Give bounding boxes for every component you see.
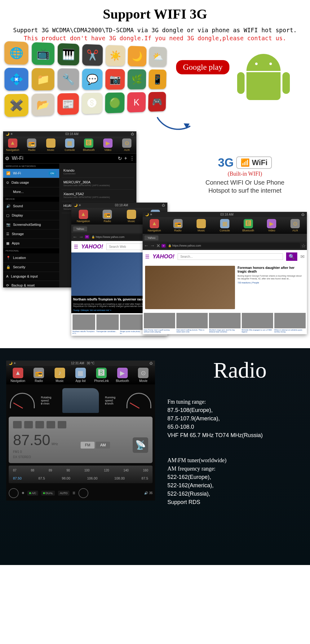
nav-tab[interactable]: ⊙AUX <box>283 218 307 233</box>
wifi-icon: 📶 <box>6 171 11 175</box>
browser-tab[interactable]: Yahoo <box>144 235 158 240</box>
fan-icon[interactable]: ❋ <box>22 491 24 495</box>
menu-icon[interactable]: ☰ <box>74 244 78 250</box>
android-mascot <box>236 54 291 116</box>
article-thumb[interactable]: Singer posts nude photo to... <box>120 314 143 335</box>
settings-security[interactable]: 🔒Security <box>3 263 59 272</box>
defrost-icon[interactable]: ☰ <box>73 491 75 495</box>
settings-language[interactable]: ALanguage & input <box>3 272 59 281</box>
temp-knob-left[interactable] <box>9 488 19 498</box>
nav-tab[interactable]: 📻Radio <box>28 368 49 383</box>
article-thumb[interactable]: Milano's attempt at solidarity goes terr… <box>274 313 306 333</box>
app-icon: 💠 <box>4 68 28 90</box>
forward-icon[interactable]: → <box>79 234 84 240</box>
settings-display[interactable]: ▢Display <box>3 211 59 220</box>
search-input[interactable]: Search... <box>178 253 283 260</box>
app-icon: ⛅ <box>149 46 167 67</box>
builtin-label: (Built-in WIFI) <box>198 171 291 177</box>
back-icon[interactable]: ← <box>73 234 78 240</box>
preset-button[interactable]: 87.5 <box>38 476 45 480</box>
nav-tab[interactable]: 🅱Bluetooth <box>237 218 260 233</box>
wifi-network[interactable]: Xiaomi_F5A2Secured with WPA/WPA2 (WPS av… <box>62 190 134 201</box>
temp-knob-right[interactable] <box>78 488 88 498</box>
app-icon: 🎹 <box>58 43 79 65</box>
fm-button[interactable]: FM <box>81 442 95 449</box>
nav-tab[interactable]: ▶Video <box>98 138 117 152</box>
preset-button[interactable]: 108.00 <box>114 476 125 480</box>
storage-icon: ☰ <box>6 232 9 236</box>
tuning-dial[interactable]: 87888990100120140160 87.5087.598.00106.0… <box>9 466 153 483</box>
nav-tab[interactable]: ♪Music <box>49 368 70 383</box>
article-thumb[interactable]: Michelle Wie engaged to son of NBA legen… <box>242 313 273 333</box>
scan-button[interactable] <box>35 421 44 428</box>
nav-tab[interactable]: ♪Music <box>189 218 213 233</box>
preset-button[interactable]: 106.00 <box>87 476 98 480</box>
search-button[interactable]: 🔍 <box>286 252 297 261</box>
app-icon: 🔧 <box>58 68 79 90</box>
nav-tab[interactable]: ⊙AUX <box>117 138 136 152</box>
app-icons-collage: 🌐📺🎹✂️☀️🌙⛅💠📁🔧💬📷🌿📱✖️📂📰🅢🟢K🎮 Google play <box>0 45 310 131</box>
nav-tab[interactable]: ♪Music <box>41 138 60 152</box>
nav-tab[interactable]: 📻Radio <box>166 218 190 233</box>
settings-more[interactable]: More... <box>3 187 59 196</box>
nav-tab[interactable]: ▦Console <box>213 218 237 233</box>
nav-tab[interactable]: ▦Console <box>60 138 79 152</box>
ac-button[interactable]: A/C <box>27 491 38 496</box>
wifi-network[interactable]: MERCURY_360ASecured with WPA/WPA2 (WPS a… <box>62 178 134 190</box>
settings-apps[interactable]: ▦Apps <box>3 239 59 248</box>
auto-button[interactable]: AUTO <box>58 491 69 496</box>
add-icon[interactable]: + <box>124 156 127 161</box>
menu-icon[interactable]: ⋮ <box>130 156 135 161</box>
preset-button[interactable]: 98.00 <box>62 476 70 480</box>
refresh-icon[interactable]: ↻ <box>118 156 122 161</box>
connect-text: Connect WIFI Or Use Phone <box>206 179 285 186</box>
settings-location[interactable]: 📍Location <box>3 253 59 263</box>
nav-tab[interactable]: ⊙Movie <box>133 368 154 383</box>
url-input[interactable]: 🔒 https://www.yahoo.com <box>167 243 300 248</box>
browser-tab[interactable]: Yahoo <box>73 226 87 231</box>
dual-button[interactable]: DUAL <box>41 491 55 496</box>
preset-button[interactable]: 87.5 <box>142 476 148 480</box>
wifi-toggle[interactable]: ON <box>49 171 56 175</box>
wifi-network[interactable]: KrandoConnected <box>62 166 134 178</box>
nav-tab[interactable]: ▶Bluetooth <box>112 368 133 383</box>
next-button[interactable] <box>46 421 55 428</box>
nav-tab[interactable]: 🅱Bluetooth <box>79 138 98 152</box>
settings-storage[interactable]: ☰Storage <box>3 230 59 239</box>
nav-tab[interactable]: ▲Navigation <box>143 218 166 233</box>
nav-tab[interactable]: ▲Navigation <box>3 138 22 152</box>
nav-tab[interactable]: 📻Radio <box>22 138 41 152</box>
settings-data[interactable]: ⊙Data usage <box>3 178 59 187</box>
section-header: WIRELESS & NETWORKS <box>3 164 59 169</box>
spec-line: 87.5-107.9(America), <box>167 414 298 423</box>
mail-icon[interactable]: ✉ <box>300 254 304 260</box>
eq-button[interactable] <box>13 421 22 428</box>
article-image <box>145 266 235 309</box>
article-thumb[interactable]: Musher's dogs quit, and his big Iditarod… <box>209 313 240 333</box>
settings-backup[interactable]: ⟳Backup & reset <box>3 281 59 287</box>
nav-tab[interactable]: 🅱PhoneLink <box>91 368 112 383</box>
headline[interactable]: Foreman honors daughter after her tragic… <box>237 266 304 273</box>
nav-tab[interactable]: ♪Music <box>119 209 144 223</box>
settings-wifi[interactable]: 📶Wi-FiON <box>3 169 59 178</box>
article-thumb[interactable]: How Trump 'won' a golf tourney without e… <box>144 313 175 333</box>
settings-button[interactable] <box>58 421 66 428</box>
am-button[interactable]: AM <box>96 442 110 449</box>
article-thumb[interactable]: Northam rebuffs Trumpism in V... <box>73 314 95 335</box>
volume-display: 🔊 36 <box>144 491 153 495</box>
wifi-badge: 📶 WiFi <box>236 156 272 169</box>
nav-tab[interactable]: 📻Radio <box>95 209 120 223</box>
wifi-header: Wi-Fi <box>12 156 23 161</box>
settings-screenshot[interactable]: 📷ScreenshotSetting <box>3 220 59 230</box>
article-thumb[interactable]: Transgender candidate... <box>96 314 119 335</box>
preset-button[interactable]: 87.50 <box>13 476 22 480</box>
nav-tab[interactable]: ▦App list <box>70 368 91 383</box>
nav-tab[interactable]: ▲Navigation <box>71 209 95 223</box>
status-temp: 30 °C <box>87 361 95 365</box>
nav-tab[interactable]: ▲Navigation <box>7 368 28 383</box>
prev-button[interactable] <box>24 421 33 428</box>
reactions-link[interactable]: 720 reactions | People <box>237 282 259 284</box>
settings-sound[interactable]: 🔊Sound <box>3 202 59 211</box>
nav-tab[interactable]: ▶Video <box>260 218 284 233</box>
article-thumb[interactable]: Dad wasn't selling donuts. Then a tweet … <box>176 313 208 333</box>
